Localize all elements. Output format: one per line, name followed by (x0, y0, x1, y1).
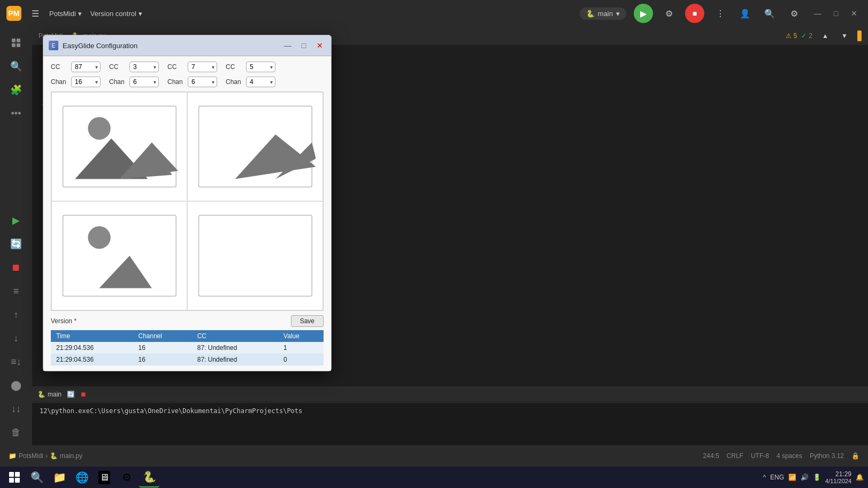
dialog-maximize-button[interactable]: □ (298, 40, 310, 51)
main-branch-button[interactable]: 🐍 main ▾ (580, 7, 626, 20)
status-lock[interactable]: 🔒 (851, 452, 859, 460)
sidebar-item-list[interactable]: ≡↓ (5, 351, 27, 372)
chan-select-4[interactable]: 4 (246, 77, 275, 87)
indent-label: 4 spaces (777, 452, 802, 460)
status-indent[interactable]: 4 spaces (777, 452, 802, 460)
chan-group-1: Chan 16 (51, 77, 101, 87)
log-row-2-time: 21:29:04.536 (51, 354, 133, 365)
taskbar-pycharm-icon: 🖥 (98, 471, 110, 484)
window-controls: — □ ✕ (810, 6, 862, 21)
sidebar-item-more[interactable]: ••• (5, 103, 27, 124)
settings-badge-icon[interactable]: ⚙ (786, 5, 803, 22)
taskbar-settings-button[interactable]: ⚙ (117, 467, 137, 487)
log-row-1-value: 1 (278, 342, 324, 354)
taskbar-explorer-button[interactable]: 📁 (49, 467, 70, 487)
status-language[interactable]: Python 3.12 (810, 452, 844, 460)
taskbar-chevron-icon[interactable]: ^ (763, 474, 766, 481)
chan-select-wrapper-3: 6 (188, 77, 217, 87)
taskbar-search-button[interactable]: 🔍 (27, 467, 47, 487)
lock-icon: 🔒 (851, 452, 859, 460)
cc-select-2[interactable]: 3 (129, 62, 159, 72)
cc-select-4[interactable]: 5 (246, 62, 275, 72)
minimize-button[interactable]: — (810, 6, 825, 21)
sidebar-item-plugins[interactable]: 🧩 (5, 79, 27, 101)
cc-select-wrapper-3: 7 (188, 62, 217, 72)
chan-label-4: Chan (226, 78, 243, 86)
rerun-btn[interactable]: 🔄 (67, 391, 75, 398)
chan-select-2[interactable]: 6 (129, 77, 159, 87)
chan-select-wrapper-2: 6 (129, 77, 159, 87)
version-control-menu[interactable]: Version control ▾ (90, 10, 142, 18)
windows-start-button[interactable] (4, 467, 25, 487)
save-button[interactable]: Save (291, 315, 324, 327)
sidebar-item-terminal[interactable]: ⬤ (5, 375, 27, 396)
search-icon[interactable]: 🔍 (761, 5, 778, 22)
cc-label-2: CC (109, 63, 126, 71)
sidebar-item-layers[interactable]: ≡ (5, 280, 27, 302)
dialog-close-button[interactable]: ✕ (314, 40, 326, 51)
sidebar-item-search[interactable]: 🔍 (5, 56, 27, 77)
fold-down-icon[interactable]: ▼ (836, 27, 853, 44)
svg-rect-0 (12, 39, 16, 42)
log-col-time: Time (51, 330, 133, 342)
log-row-1[interactable]: 21:29:04.536 16 87: Undefined 1 (51, 342, 324, 354)
dialog-minimize-button[interactable]: — (282, 40, 294, 51)
taskbar-settings-icon: ⚙ (122, 471, 132, 484)
taskbar-chrome-button[interactable]: 🌐 (72, 467, 92, 487)
sidebar-item-explorer[interactable] (5, 32, 27, 54)
project-icon: 📁 (9, 452, 17, 460)
maximize-button[interactable]: □ (828, 6, 843, 21)
sidebar-item-up[interactable]: ↑ (5, 304, 27, 325)
log-row-2[interactable]: 21:29:04.536 16 87: Undefined 0 (51, 354, 324, 365)
chan-select-1[interactable]: 16 (71, 77, 101, 87)
status-encoding[interactable]: UTF-8 (751, 452, 769, 460)
warning-badge[interactable]: ⚠ 5 (786, 32, 797, 40)
cc-select-1[interactable]: 87 (71, 62, 101, 72)
sidebar-item-stop[interactable]: ⏹ (5, 257, 27, 278)
status-position[interactable]: 244:5 (703, 452, 719, 460)
chan-select-3[interactable]: 6 (188, 77, 217, 87)
sidebar-item-download[interactable]: ↓↓ (5, 398, 27, 420)
cc-select-wrapper-1: 87 (71, 62, 101, 72)
settings-gear-icon[interactable]: ⚙ (660, 5, 678, 22)
taskbar-notification-icon[interactable]: 🔔 (856, 474, 864, 481)
log-row-1-channel: 16 (133, 342, 191, 354)
taskbar-datetime[interactable]: 21:29 4/11/2024 (825, 470, 851, 484)
fold-controls: ▲ ▼ (817, 27, 853, 44)
checkmark-icon: ✓ (801, 32, 806, 40)
status-project[interactable]: 📁 PotsMidi › 🐍 main.py (9, 452, 82, 460)
success-badge[interactable]: ✓ 2 (801, 32, 812, 40)
run-file-label: 🐍 main (37, 391, 62, 398)
log-row-1-time: 21:29:04.536 (51, 342, 133, 354)
close-button[interactable]: ✕ (847, 6, 862, 21)
taskbar-pycharm-button[interactable]: 🖥 (94, 467, 114, 487)
status-line-ending[interactable]: CRLF (727, 452, 743, 460)
svg-rect-3 (17, 43, 20, 47)
run-button[interactable]: ▶ (634, 4, 653, 23)
log-col-cc: CC (192, 330, 278, 342)
cc-select-3[interactable]: 7 (188, 62, 217, 72)
fold-up-icon[interactable]: ▲ (817, 27, 834, 44)
hamburger-menu-button[interactable]: ☰ (27, 5, 44, 22)
user-icon[interactable]: 👤 (736, 5, 754, 22)
image-cell-top-left[interactable] (51, 92, 187, 201)
more-options-icon[interactable]: ⋮ (712, 5, 729, 22)
stop-button[interactable]: ■ (685, 4, 704, 23)
app-name-menu[interactable]: PotsMidi ▾ (49, 10, 82, 18)
sidebar-item-delete[interactable]: 🗑 (5, 422, 27, 443)
stop-run-btn[interactable]: ⏹ (80, 391, 87, 398)
image-cell-bottom-right[interactable] (187, 201, 323, 310)
image-cell-top-right[interactable] (187, 92, 323, 201)
sidebar-item-run[interactable]: ▶ (5, 210, 27, 231)
sidebar-item-rerun[interactable]: 🔄 (5, 233, 27, 255)
cc-select-wrapper-4: 5 (246, 62, 275, 72)
log-row-2-cc: 87: Undefined (192, 354, 278, 365)
breadcrumb-chevron-icon: › (45, 452, 48, 460)
app-logo: PM (6, 6, 21, 21)
sidebar-item-down[interactable]: ↓ (5, 327, 27, 349)
chan-label-1: Chan (51, 78, 68, 86)
taskbar-python-button[interactable]: 🐍 (139, 467, 159, 487)
image-cell-bottom-left[interactable] (51, 201, 187, 310)
taskbar-time: 21:29 (825, 470, 851, 478)
branch-label: main (598, 10, 613, 18)
